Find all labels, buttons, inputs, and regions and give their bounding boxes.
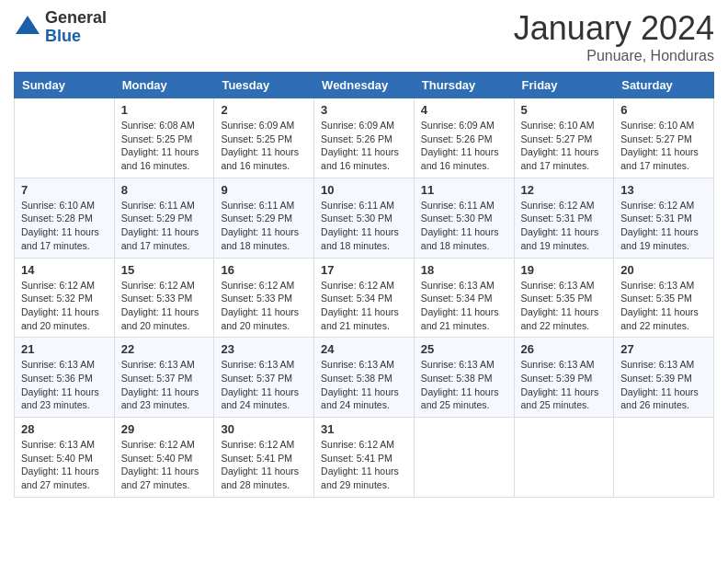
cell-sun-info: Sunrise: 6:09 AM <box>221 119 307 132</box>
cell-daylight-info: Daylight: 11 hours and 23 minutes. <box>121 385 208 412</box>
cell-sun-info: Sunrise: 6:12 AM <box>121 438 208 452</box>
cell-daylight-info: Daylight: 11 hours and 22 minutes. <box>521 305 608 332</box>
cell-sunset-info: Sunset: 5:39 PM <box>521 372 608 385</box>
calendar-cell: 4Sunrise: 6:09 AMSunset: 5:26 PMDaylight… <box>414 98 514 178</box>
day-number: 9 <box>221 183 307 197</box>
calendar-cell: 28Sunrise: 6:13 AMSunset: 5:40 PMDayligh… <box>15 418 115 498</box>
day-number: 1 <box>121 103 208 117</box>
cell-daylight-info: Daylight: 11 hours and 17 minutes. <box>121 225 208 252</box>
cell-sunset-info: Sunset: 5:38 PM <box>321 372 407 385</box>
cell-sunset-info: Sunset: 5:34 PM <box>421 292 507 305</box>
header-day: Sunday <box>15 73 115 98</box>
calendar-cell <box>514 418 614 498</box>
title-block: January 2024 Punuare, Honduras <box>514 9 714 64</box>
day-number: 4 <box>421 103 507 117</box>
cell-daylight-info: Daylight: 11 hours and 29 minutes. <box>321 465 407 491</box>
cell-sunset-info: Sunset: 5:30 PM <box>321 212 407 225</box>
location-subtitle: Punuare, Honduras <box>514 48 714 64</box>
cell-sunset-info: Sunset: 5:25 PM <box>221 132 307 146</box>
cell-daylight-info: Daylight: 11 hours and 16 minutes. <box>221 145 307 172</box>
day-number: 29 <box>121 422 208 436</box>
cell-sunset-info: Sunset: 5:33 PM <box>121 292 208 305</box>
day-number: 14 <box>21 263 108 277</box>
calendar-cell: 27Sunrise: 6:13 AMSunset: 5:39 PMDayligh… <box>614 338 714 418</box>
cell-daylight-info: Daylight: 11 hours and 18 minutes. <box>421 225 507 252</box>
calendar-cell: 30Sunrise: 6:12 AMSunset: 5:41 PMDayligh… <box>214 418 314 498</box>
day-number: 22 <box>121 342 208 356</box>
cell-sun-info: Sunrise: 6:13 AM <box>21 438 108 452</box>
calendar-cell: 14Sunrise: 6:12 AMSunset: 5:32 PMDayligh… <box>15 258 115 338</box>
cell-daylight-info: Daylight: 11 hours and 27 minutes. <box>121 465 208 491</box>
cell-daylight-info: Daylight: 11 hours and 27 minutes. <box>21 465 108 491</box>
logo-icon <box>14 14 41 41</box>
calendar-cell: 13Sunrise: 6:12 AMSunset: 5:31 PMDayligh… <box>614 178 714 258</box>
day-number: 21 <box>21 342 108 356</box>
day-number: 2 <box>221 103 307 117</box>
cell-sun-info: Sunrise: 6:12 AM <box>620 199 707 213</box>
cell-sun-info: Sunrise: 6:13 AM <box>620 279 707 293</box>
cell-sunset-info: Sunset: 5:35 PM <box>521 292 608 305</box>
day-number: 28 <box>21 422 108 436</box>
cell-daylight-info: Daylight: 11 hours and 17 minutes. <box>521 145 608 172</box>
cell-sunset-info: Sunset: 5:37 PM <box>221 372 307 385</box>
calendar-cell: 23Sunrise: 6:13 AMSunset: 5:37 PMDayligh… <box>214 338 314 418</box>
page-header: General Blue January 2024 Punuare, Hondu… <box>14 9 714 64</box>
cell-sunset-info: Sunset: 5:34 PM <box>321 292 407 305</box>
day-number: 31 <box>321 422 407 436</box>
cell-sunset-info: Sunset: 5:29 PM <box>121 212 208 225</box>
calendar-cell: 8Sunrise: 6:11 AMSunset: 5:29 PMDaylight… <box>114 178 214 258</box>
cell-sun-info: Sunrise: 6:12 AM <box>521 199 608 213</box>
logo-text: General Blue <box>45 9 107 46</box>
cell-sun-info: Sunrise: 6:10 AM <box>521 119 608 132</box>
day-number: 24 <box>321 342 407 356</box>
cell-daylight-info: Daylight: 11 hours and 20 minutes. <box>221 305 307 332</box>
day-number: 18 <box>421 263 507 277</box>
cell-sun-info: Sunrise: 6:09 AM <box>321 119 407 132</box>
calendar-cell: 2Sunrise: 6:09 AMSunset: 5:25 PMDaylight… <box>214 98 314 178</box>
cell-sun-info: Sunrise: 6:11 AM <box>321 199 407 213</box>
cell-daylight-info: Daylight: 11 hours and 17 minutes. <box>620 145 707 172</box>
cell-daylight-info: Daylight: 11 hours and 25 minutes. <box>521 385 608 412</box>
cell-sunset-info: Sunset: 5:40 PM <box>21 452 108 465</box>
calendar-week-row: 1Sunrise: 6:08 AMSunset: 5:25 PMDaylight… <box>15 98 714 178</box>
cell-daylight-info: Daylight: 11 hours and 21 minutes. <box>421 305 507 332</box>
cell-sunset-info: Sunset: 5:36 PM <box>21 372 108 385</box>
calendar-cell: 10Sunrise: 6:11 AMSunset: 5:30 PMDayligh… <box>314 178 415 258</box>
calendar-cell: 21Sunrise: 6:13 AMSunset: 5:36 PMDayligh… <box>15 338 115 418</box>
calendar-cell: 15Sunrise: 6:12 AMSunset: 5:33 PMDayligh… <box>114 258 214 338</box>
cell-sun-info: Sunrise: 6:13 AM <box>521 358 608 372</box>
calendar-cell: 26Sunrise: 6:13 AMSunset: 5:39 PMDayligh… <box>514 338 614 418</box>
calendar-cell: 16Sunrise: 6:12 AMSunset: 5:33 PMDayligh… <box>214 258 314 338</box>
cell-sunset-info: Sunset: 5:28 PM <box>21 212 108 225</box>
calendar-week-row: 7Sunrise: 6:10 AMSunset: 5:28 PMDaylight… <box>15 178 714 258</box>
calendar-cell: 31Sunrise: 6:12 AMSunset: 5:41 PMDayligh… <box>314 418 415 498</box>
calendar-table: SundayMondayTuesdayWednesdayThursdayFrid… <box>14 72 714 498</box>
day-number: 19 <box>521 263 608 277</box>
month-title: January 2024 <box>514 9 714 48</box>
header-day: Monday <box>114 73 214 98</box>
cell-sunset-info: Sunset: 5:30 PM <box>421 212 507 225</box>
calendar-cell: 1Sunrise: 6:08 AMSunset: 5:25 PMDaylight… <box>114 98 214 178</box>
header-day: Friday <box>514 73 614 98</box>
cell-sunset-info: Sunset: 5:31 PM <box>620 212 707 225</box>
cell-sunset-info: Sunset: 5:40 PM <box>121 452 208 465</box>
cell-daylight-info: Daylight: 11 hours and 19 minutes. <box>620 225 707 252</box>
cell-sun-info: Sunrise: 6:12 AM <box>21 279 108 293</box>
cell-sun-info: Sunrise: 6:09 AM <box>421 119 507 132</box>
calendar-cell: 19Sunrise: 6:13 AMSunset: 5:35 PMDayligh… <box>514 258 614 338</box>
cell-sun-info: Sunrise: 6:13 AM <box>321 358 407 372</box>
logo-general: General <box>45 9 107 28</box>
day-number: 6 <box>620 103 707 117</box>
cell-sun-info: Sunrise: 6:13 AM <box>620 358 707 372</box>
day-number: 26 <box>521 342 608 356</box>
cell-daylight-info: Daylight: 11 hours and 28 minutes. <box>221 465 307 491</box>
cell-sun-info: Sunrise: 6:13 AM <box>221 358 307 372</box>
day-number: 25 <box>421 342 507 356</box>
cell-sunset-info: Sunset: 5:26 PM <box>321 132 407 146</box>
header-day: Tuesday <box>214 73 314 98</box>
cell-sun-info: Sunrise: 6:12 AM <box>321 438 407 452</box>
cell-sun-info: Sunrise: 6:12 AM <box>321 279 407 293</box>
cell-sun-info: Sunrise: 6:10 AM <box>21 199 108 213</box>
header-day: Saturday <box>614 73 714 98</box>
calendar-cell <box>15 98 115 178</box>
